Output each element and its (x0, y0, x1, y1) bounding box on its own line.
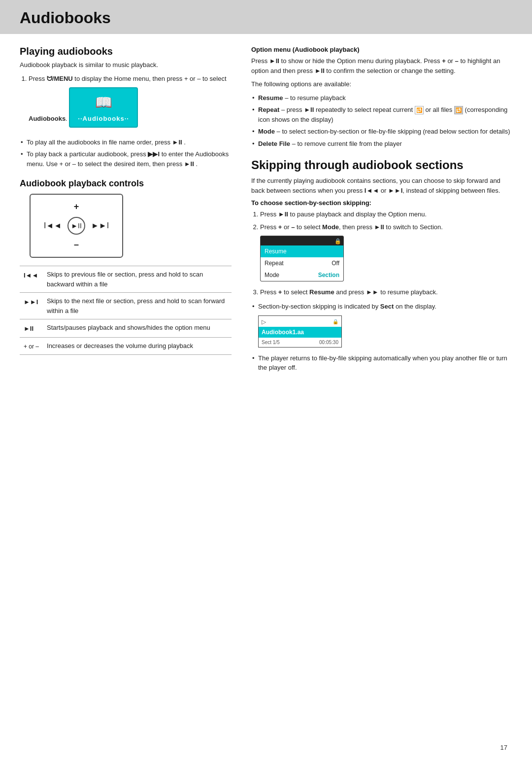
page-number: 17 (500, 744, 507, 751)
play-all-bullet: To play all the audiobooks in file name … (20, 138, 232, 147)
display-top-row: ▷ 🔒 (259, 316, 341, 327)
play-pause-btn-icon: ►II (67, 217, 85, 235)
section-step-3-list: Press + to select Resume and press ►► to… (260, 287, 512, 297)
menu-bold: ᗢ/MENU (47, 75, 73, 82)
next-symbol: ►►I (20, 293, 43, 319)
menu-mode-row: Mode Section (261, 269, 343, 281)
section-step-2: Press + or – to select Mode, then press … (260, 222, 512, 281)
next-btn-icon: ►►I (91, 221, 109, 230)
playing-bullets: To play all the audiobooks in file name … (20, 138, 232, 169)
section-step-1: Press ►II to pause playback and display … (260, 209, 512, 219)
display-bottom-row: Sect 1/5 00:05:30 (259, 338, 341, 347)
option-menu-title: Option menu (Audiobook playback) (251, 46, 512, 53)
plus-label: + (40, 202, 112, 212)
page-title: Audiobooks (20, 9, 512, 27)
option-menu-screenshot: 🔒 Resume Repeat Off Mode Section (260, 236, 344, 281)
audiobooks-label: ··Audiobooks·· (78, 115, 129, 122)
minus-label: – (40, 240, 112, 250)
options-intro: The following options are available: (251, 79, 512, 89)
prev-btn-icon: I◄◄ (44, 221, 62, 230)
display-lock-icon: 🔒 (332, 318, 338, 325)
playing-intro: Audiobook playback is similar to music p… (20, 60, 232, 70)
repeat-label: Repeat (265, 259, 284, 268)
table-row: ►II Starts/pauses playback and shows/hid… (20, 319, 232, 338)
option-delete: Delete File – to remove current file fro… (251, 139, 512, 149)
option-menu-section: Option menu (Audiobook playback) Press ►… (251, 46, 512, 148)
display-filename: Audiobook1.aa (259, 327, 341, 338)
controls-table: I◄◄ Skips to previous file or section, p… (20, 266, 232, 355)
next-desc: Skips to the next file or section, press… (43, 293, 232, 319)
audiobook-display-screenshot: ▷ 🔒 Audiobook1.aa Sect 1/5 00:05:30 (258, 315, 342, 348)
prev-desc: Skips to previous file or section, press… (43, 266, 232, 293)
mode-value: Section (318, 271, 339, 279)
display-sect: Sect 1/5 (262, 339, 280, 346)
option-menu-desc: Press ►II to show or hide the Option men… (251, 56, 512, 75)
volume-desc: Increases or decreases the volume during… (43, 337, 232, 354)
buttons-row: I◄◄ ►II ►►I (40, 217, 112, 235)
skipping-section: Skipping through audiobook sections If t… (251, 158, 512, 373)
prev-symbol: I◄◄ (20, 266, 43, 293)
section-subheading: To choose section-by-section skipping: (251, 199, 512, 207)
audiobooks-bold: Audiobooks (29, 115, 66, 122)
option-resume: Resume – to resume playback (251, 93, 512, 103)
audiobooks-icon-box: 📖 ··Audiobooks·· (69, 87, 138, 128)
controls-title: Audiobook playback controls (20, 178, 232, 189)
options-list: Resume – to resume playback Repeat – pre… (251, 93, 512, 149)
playing-steps: Press ᗢ/MENU to display the Home menu, t… (29, 74, 232, 133)
book-icon: 📖 (78, 92, 129, 113)
playpause-symbol: ►II (20, 319, 43, 338)
playpause-desc: Starts/pauses playback and shows/hides t… (43, 319, 232, 338)
left-column: Playing audiobooks Audiobook playback is… (20, 46, 246, 383)
section-bullets: Section-by-section skipping is indicated… (251, 302, 512, 373)
right-column: Option menu (Audiobook playback) Press ►… (246, 46, 512, 383)
menu-resume-row: Resume (261, 245, 343, 257)
section-step-3: Press + to select Resume and press ►► to… (260, 287, 512, 297)
skipping-desc: If the currently playing audiobook conta… (251, 176, 512, 195)
display-time: 00:05:30 (319, 339, 338, 346)
return-bullet: The player returns to file-by-file skipp… (251, 353, 512, 373)
page-header: Audiobooks (0, 0, 532, 34)
play-particular-bullet: To play back a particular audiobook, pre… (20, 149, 232, 169)
menu-repeat-row: Repeat Off (261, 257, 343, 269)
step-1: Press ᗢ/MENU to display the Home menu, t… (29, 74, 232, 133)
playing-title: Playing audiobooks (20, 46, 232, 57)
controls-section: Audiobook playback controls + I◄◄ ►II ►►… (20, 178, 232, 355)
sect-display-bullet: Section-by-section skipping is indicated… (251, 302, 512, 348)
skipping-title: Skipping through audiobook sections (251, 158, 512, 172)
repeat-value: Off (332, 259, 339, 268)
table-row: ►►I Skips to the next file or section, p… (20, 293, 232, 319)
table-row: I◄◄ Skips to previous file or section, p… (20, 266, 232, 293)
play-icon: ▷ (262, 317, 266, 326)
option-mode: Mode – to select section-by-section or f… (251, 127, 512, 137)
lock-icon: 🔒 (261, 236, 343, 245)
section-steps: Press ►II to pause playback and display … (260, 209, 512, 281)
playing-audiobooks-section: Playing audiobooks Audiobook playback is… (20, 46, 232, 169)
volume-symbol: + or – (20, 337, 43, 354)
table-row: + or – Increases or decreases the volume… (20, 337, 232, 354)
resume-label: Resume (265, 247, 287, 256)
option-repeat: Repeat – press ►II repeatedly to select … (251, 105, 512, 124)
mode-label: Mode (265, 271, 279, 279)
controls-diagram: + I◄◄ ►II ►►I – (30, 194, 123, 258)
